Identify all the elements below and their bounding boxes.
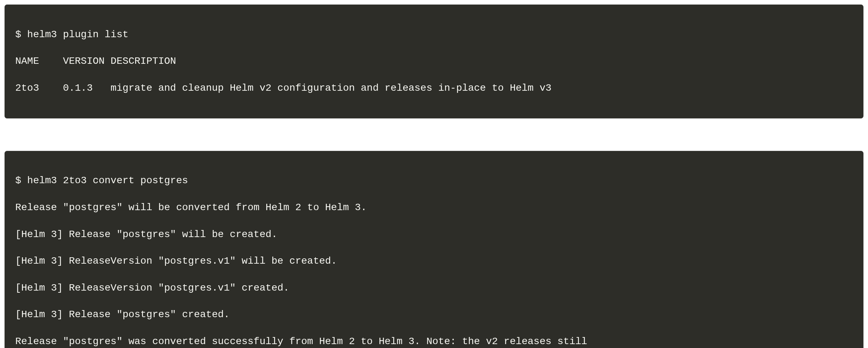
terminal-output-line: [Helm 3] Release "postgres" will be crea… <box>15 228 853 241</box>
terminal-header: NAME VERSION DESCRIPTION <box>15 55 853 68</box>
terminal-output-line: [Helm 3] Release "postgres" created. <box>15 308 853 321</box>
terminal-command: $ helm3 plugin list <box>15 28 853 41</box>
terminal-output-line: [Helm 3] ReleaseVersion "postgres.v1" cr… <box>15 281 853 295</box>
terminal-output-line: Release "postgres" was converted success… <box>15 335 853 348</box>
terminal-output-line: [Helm 3] ReleaseVersion "postgres.v1" wi… <box>15 254 853 268</box>
terminal-command: $ helm3 2to3 convert postgres <box>15 174 853 187</box>
terminal-block-plugin-list: $ helm3 plugin list NAME VERSION DESCRIP… <box>4 4 864 119</box>
terminal-output-line: Release "postgres" will be converted fro… <box>15 201 853 214</box>
terminal-block-convert: $ helm3 2to3 convert postgres Release "p… <box>4 151 864 348</box>
terminal-output-row: 2to3 0.1.3 migrate and cleanup Helm v2 c… <box>15 82 853 95</box>
